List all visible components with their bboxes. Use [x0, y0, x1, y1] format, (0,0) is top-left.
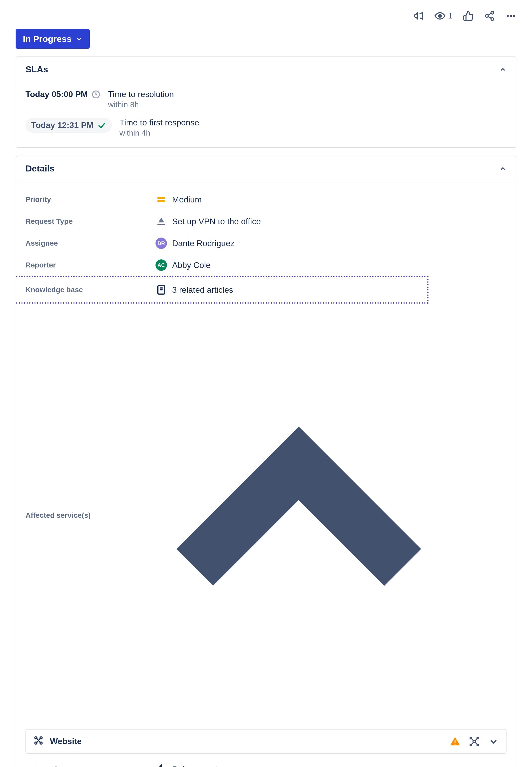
- eye-icon: [434, 10, 445, 21]
- affected-services-header[interactable]: Affected service(s): [25, 303, 507, 729]
- issue-toolbar: 1: [16, 10, 516, 21]
- share-button[interactable]: [484, 10, 495, 21]
- svg-point-8: [513, 15, 515, 17]
- svg-point-2: [485, 15, 488, 17]
- field-knowledge-base[interactable]: Knowledge base 3 related articles: [25, 277, 427, 302]
- sla-time-text: Today 12:31 PM: [31, 120, 93, 130]
- automation-label: Automation: [25, 765, 155, 767]
- svg-line-4: [488, 17, 491, 18]
- svg-point-25: [477, 744, 479, 746]
- svg-line-27: [475, 739, 477, 741]
- chevron-up-icon: [499, 66, 507, 73]
- vpn-icon: [155, 216, 167, 227]
- svg-point-7: [510, 15, 512, 17]
- service-name: Website: [50, 737, 444, 746]
- slas-panel: SLAs Today 05:00 PM Time to resolution w…: [16, 56, 516, 148]
- sla-threshold: within 8h: [108, 100, 174, 109]
- sla-name: Time to resolution: [108, 89, 174, 99]
- svg-point-1: [491, 11, 494, 14]
- svg-point-6: [507, 15, 509, 17]
- priority-label: Priority: [25, 195, 155, 204]
- status-label: In Progress: [23, 34, 72, 44]
- warning-icon: [450, 736, 460, 747]
- field-assignee[interactable]: Assignee DR Dante Rodriguez: [25, 232, 507, 254]
- knowledge-base-row-highlight: Knowledge base 3 related articles: [16, 276, 429, 303]
- svg-point-24: [470, 744, 472, 746]
- priority-value: Medium: [172, 195, 202, 204]
- sla-threshold: within 4h: [119, 128, 199, 137]
- svg-point-22: [470, 737, 472, 739]
- service-website[interactable]: Website: [25, 729, 507, 754]
- sla-time-first-response: Today 12:31 PM: [25, 118, 112, 133]
- article-icon: [155, 284, 167, 295]
- sla-name: Time to first response: [119, 118, 199, 127]
- lightning-icon: [155, 764, 167, 767]
- field-automation[interactable]: Automation Rule executions: [25, 758, 507, 767]
- chevron-down-icon[interactable]: [488, 736, 499, 747]
- feedback-button[interactable]: [413, 10, 424, 21]
- request-type-value: Set up VPN to the office: [172, 217, 261, 226]
- watchers-button[interactable]: 1: [434, 10, 452, 21]
- assignee-label: Assignee: [25, 239, 155, 247]
- svg-line-29: [475, 742, 477, 744]
- reporter-label: Reporter: [25, 261, 155, 269]
- field-request-type[interactable]: Request Type Set up VPN to the office: [25, 210, 507, 232]
- details-title: Details: [25, 163, 55, 173]
- slas-title: SLAs: [25, 64, 48, 74]
- service-graph-icon: [33, 735, 44, 747]
- assignee-value: Dante Rodriguez: [172, 238, 235, 248]
- affected-services-label: Affected service(s): [25, 511, 91, 520]
- reporter-value: Abby Cole: [172, 260, 211, 270]
- sla-row-first-response: Today 12:31 PM Time to first response wi…: [25, 118, 507, 137]
- svg-point-3: [491, 18, 494, 21]
- reporter-avatar: AC: [155, 259, 167, 271]
- status-dropdown[interactable]: In Progress: [16, 29, 90, 49]
- sla-row-resolution: Today 05:00 PM Time to resolution within…: [25, 89, 507, 109]
- svg-line-28: [472, 742, 473, 744]
- share-icon: [484, 10, 495, 21]
- svg-rect-20: [455, 744, 455, 744]
- thumbs-up-icon: [463, 10, 474, 21]
- details-panel: Details Priority Medium Request Type Set…: [16, 156, 516, 767]
- svg-line-26: [472, 739, 473, 741]
- more-actions-button[interactable]: [505, 10, 516, 21]
- svg-point-23: [477, 737, 479, 739]
- chevron-up-icon: [499, 165, 507, 172]
- check-icon: [97, 121, 106, 130]
- watch-count: 1: [448, 11, 452, 20]
- assignee-avatar: DR: [155, 237, 167, 249]
- clock-icon: [91, 90, 101, 99]
- ellipsis-icon: [505, 10, 516, 21]
- details-header[interactable]: Details: [16, 156, 516, 181]
- field-reporter[interactable]: Reporter AC Abby Cole: [25, 254, 507, 276]
- field-priority[interactable]: Priority Medium: [25, 189, 507, 210]
- svg-marker-30: [157, 765, 166, 767]
- chevron-up-icon: [91, 307, 507, 723]
- svg-line-5: [488, 13, 491, 15]
- chevron-down-icon: [76, 36, 82, 42]
- sla-time-text: Today 05:00 PM: [25, 89, 88, 99]
- automation-value: Rule executions: [172, 765, 231, 767]
- sla-time-resolution: Today 05:00 PM: [25, 89, 101, 99]
- svg-point-0: [439, 15, 442, 17]
- like-button[interactable]: [463, 10, 474, 21]
- slas-body: Today 05:00 PM Time to resolution within…: [16, 82, 516, 147]
- kb-value: 3 related articles: [172, 285, 233, 295]
- svg-rect-19: [455, 740, 455, 743]
- request-type-label: Request Type: [25, 217, 155, 225]
- megaphone-icon: [413, 10, 424, 21]
- priority-medium-icon: [155, 194, 167, 205]
- dependency-icon[interactable]: [469, 736, 479, 747]
- kb-label: Knowledge base: [25, 286, 155, 294]
- slas-header[interactable]: SLAs: [16, 57, 516, 82]
- details-body: Priority Medium Request Type Set up VPN …: [16, 181, 516, 767]
